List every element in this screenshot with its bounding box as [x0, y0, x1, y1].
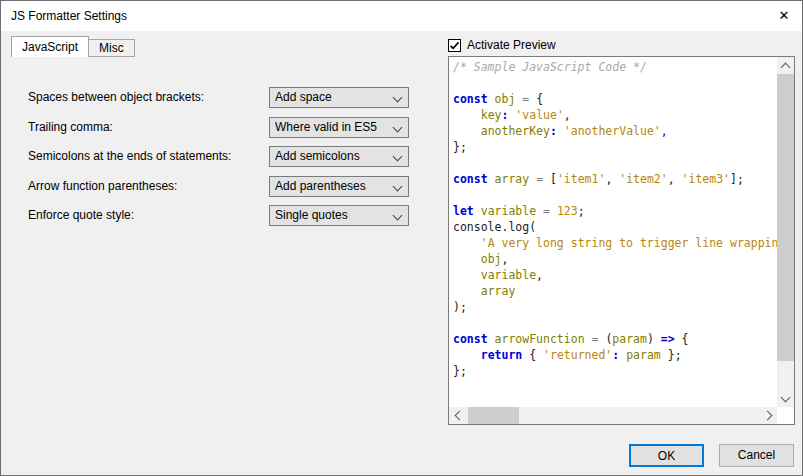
code-preview-pane: /* Sample JavaScript Code */ const obj =… [448, 56, 795, 425]
dropdown-selected-value: Add parentheses [275, 177, 388, 196]
setting-label: Semicolons at the ends of statements: [28, 146, 231, 167]
code-line [453, 75, 777, 91]
setting-dropdown[interactable]: Where valid in ES5 [269, 117, 409, 138]
code-line: const arrowFunction = (param) => { [453, 331, 777, 347]
code-line: const array = ['item1', 'item2', 'item3'… [453, 171, 777, 187]
activate-preview-label: Activate Preview [467, 38, 556, 52]
code-content: /* Sample JavaScript Code */ const obj =… [449, 57, 777, 407]
code-line [453, 155, 777, 171]
js-formatter-settings-dialog: JS Formatter Settings ✕ JavaScriptMisc S… [0, 0, 803, 476]
dropdown-selected-value: Add space [275, 88, 388, 107]
code-line: variable, [453, 267, 777, 283]
setting-dropdown[interactable]: Add parentheses [269, 176, 409, 197]
tab-misc[interactable]: Misc [88, 39, 135, 57]
code-line: key: 'value', [453, 107, 777, 123]
vertical-scroll-thumb[interactable] [777, 74, 794, 361]
code-line [453, 315, 777, 331]
scroll-right-icon[interactable] [760, 407, 777, 424]
code-line: const obj = { [453, 91, 777, 107]
code-line: console.log( [453, 219, 777, 235]
code-line: array [453, 283, 777, 299]
dropdown-selected-value: Add semicolons [275, 147, 388, 166]
horizontal-scrollbar[interactable] [449, 407, 777, 424]
cancel-button[interactable]: Cancel [719, 444, 794, 467]
setting-dropdown[interactable]: Add space [269, 87, 409, 108]
setting-dropdown[interactable]: Single quotes [269, 205, 409, 226]
title-bar: JS Formatter Settings ✕ [1, 1, 802, 31]
setting-label: Trailing comma: [28, 117, 113, 138]
tab-javascript[interactable]: JavaScript [11, 36, 89, 57]
code-line: 'A very long string to trigger line wrap… [453, 235, 777, 251]
code-line: /* Sample JavaScript Code */ [453, 59, 777, 75]
check-mark-icon [449, 40, 460, 51]
vertical-scrollbar[interactable] [777, 57, 794, 407]
setting-row: Arrow function parentheses:Add parenthes… [1, 176, 441, 197]
close-icon[interactable]: ✕ [774, 6, 794, 26]
code-line: let variable = 123; [453, 203, 777, 219]
tab-strip: JavaScriptMisc [11, 36, 135, 57]
setting-dropdown[interactable]: Add semicolons [269, 146, 409, 167]
dialog-title: JS Formatter Settings [11, 9, 127, 23]
scroll-up-icon[interactable] [777, 57, 794, 74]
checkbox-check-icon [448, 39, 461, 52]
dropdown-selected-value: Where valid in ES5 [275, 118, 388, 137]
code-line: return { 'returned': param }; [453, 347, 777, 363]
scroll-down-icon[interactable] [777, 390, 794, 407]
code-line: obj, [453, 251, 777, 267]
setting-row: Trailing comma:Where valid in ES5 [1, 117, 441, 138]
setting-row: Spaces between object brackets:Add space [1, 87, 441, 108]
code-line [453, 187, 777, 203]
code-line: anotherKey: 'anotherValue', [453, 123, 777, 139]
chevron-down-icon [393, 182, 403, 192]
chevron-down-icon [393, 123, 403, 133]
activate-preview-checkbox[interactable]: Activate Preview [448, 38, 556, 52]
dropdown-selected-value: Single quotes [275, 206, 388, 225]
code-line: }; [453, 363, 777, 379]
scroll-left-icon[interactable] [449, 407, 466, 424]
chevron-down-icon [393, 152, 403, 162]
setting-label: Enforce quote style: [28, 205, 134, 226]
setting-label: Spaces between object brackets: [28, 87, 204, 108]
chevron-down-icon [393, 93, 403, 103]
horizontal-scroll-thumb[interactable] [468, 407, 519, 424]
setting-row: Semicolons at the ends of statements:Add… [1, 146, 441, 167]
code-line: }; [453, 139, 777, 155]
setting-row: Enforce quote style:Single quotes [1, 205, 441, 226]
code-line: ); [453, 299, 777, 315]
chevron-down-icon [393, 211, 403, 221]
setting-label: Arrow function parentheses: [28, 176, 177, 197]
ok-button[interactable]: OK [629, 444, 704, 467]
